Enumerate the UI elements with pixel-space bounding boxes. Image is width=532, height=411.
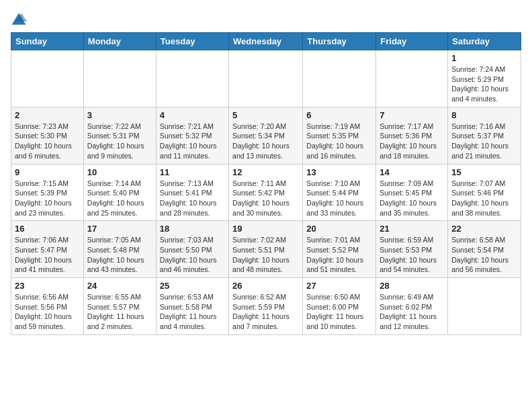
logo (11, 11, 30, 27)
day-info: Sunrise: 6:50 AM Sunset: 6:00 PM Dayligh… (306, 292, 372, 332)
calendar-cell (448, 278, 521, 335)
calendar-cell: 20Sunrise: 7:01 AM Sunset: 5:52 PM Dayli… (303, 221, 376, 278)
day-number: 17 (87, 224, 152, 234)
day-number: 25 (160, 281, 225, 291)
day-number: 11 (160, 167, 225, 177)
day-number: 8 (451, 110, 517, 120)
day-number: 19 (232, 224, 299, 234)
calendar-cell: 3Sunrise: 7:22 AM Sunset: 5:31 PM Daylig… (83, 107, 156, 164)
day-number: 20 (306, 224, 372, 234)
day-info: Sunrise: 6:58 AM Sunset: 5:54 PM Dayligh… (451, 235, 517, 275)
calendar-cell: 6Sunrise: 7:19 AM Sunset: 5:35 PM Daylig… (303, 107, 376, 164)
day-info: Sunrise: 6:49 AM Sunset: 6:02 PM Dayligh… (380, 292, 444, 332)
calendar-cell: 18Sunrise: 7:03 AM Sunset: 5:50 PM Dayli… (156, 221, 228, 278)
day-info: Sunrise: 7:02 AM Sunset: 5:51 PM Dayligh… (232, 235, 299, 275)
day-info: Sunrise: 7:14 AM Sunset: 5:40 PM Dayligh… (87, 179, 152, 218)
calendar-cell: 28Sunrise: 6:49 AM Sunset: 6:02 PM Dayli… (376, 278, 448, 335)
day-number: 15 (451, 167, 517, 177)
day-info: Sunrise: 7:17 AM Sunset: 5:36 PM Dayligh… (380, 122, 444, 161)
day-number: 1 (451, 53, 517, 63)
day-number: 9 (15, 167, 80, 177)
day-info: Sunrise: 7:03 AM Sunset: 5:50 PM Dayligh… (160, 235, 225, 275)
day-info: Sunrise: 6:56 AM Sunset: 5:56 PM Dayligh… (15, 292, 80, 332)
day-info: Sunrise: 7:16 AM Sunset: 5:37 PM Dayligh… (451, 122, 517, 161)
day-info: Sunrise: 7:19 AM Sunset: 5:35 PM Dayligh… (306, 122, 372, 161)
calendar-week-row: 16Sunrise: 7:06 AM Sunset: 5:47 PM Dayli… (11, 221, 521, 278)
day-info: Sunrise: 6:55 AM Sunset: 5:57 PM Dayligh… (87, 292, 152, 332)
calendar-cell: 17Sunrise: 7:05 AM Sunset: 5:48 PM Dayli… (83, 221, 156, 278)
weekday-header: Tuesday (156, 33, 228, 50)
calendar-week-row: 1Sunrise: 7:24 AM Sunset: 5:29 PM Daylig… (11, 50, 521, 107)
calendar-week-row: 9Sunrise: 7:15 AM Sunset: 5:39 PM Daylig… (11, 164, 521, 221)
day-info: Sunrise: 7:06 AM Sunset: 5:47 PM Dayligh… (15, 235, 80, 275)
day-number: 3 (87, 110, 152, 120)
calendar-cell: 25Sunrise: 6:53 AM Sunset: 5:58 PM Dayli… (156, 278, 228, 335)
weekday-header: Monday (83, 33, 156, 50)
calendar-cell: 16Sunrise: 7:06 AM Sunset: 5:47 PM Dayli… (11, 221, 84, 278)
calendar-cell: 14Sunrise: 7:09 AM Sunset: 5:45 PM Dayli… (376, 164, 448, 221)
day-number: 16 (15, 224, 80, 234)
day-info: Sunrise: 7:01 AM Sunset: 5:52 PM Dayligh… (306, 235, 372, 275)
calendar-cell: 10Sunrise: 7:14 AM Sunset: 5:40 PM Dayli… (83, 164, 156, 221)
calendar-cell (156, 50, 228, 107)
day-number: 7 (380, 110, 444, 120)
page-header (11, 11, 521, 27)
weekday-header: Saturday (448, 33, 521, 50)
calendar-cell (376, 50, 448, 107)
calendar-cell: 2Sunrise: 7:23 AM Sunset: 5:30 PM Daylig… (11, 107, 84, 164)
calendar-cell: 26Sunrise: 6:52 AM Sunset: 5:59 PM Dayli… (229, 278, 303, 335)
day-number: 23 (15, 281, 80, 291)
weekday-header: Wednesday (229, 33, 303, 50)
calendar-header-row: SundayMondayTuesdayWednesdayThursdayFrid… (11, 33, 521, 50)
calendar-cell: 12Sunrise: 7:11 AM Sunset: 5:42 PM Dayli… (229, 164, 303, 221)
day-info: Sunrise: 7:22 AM Sunset: 5:31 PM Dayligh… (87, 122, 152, 161)
calendar-cell (11, 50, 84, 107)
calendar-week-row: 2Sunrise: 7:23 AM Sunset: 5:30 PM Daylig… (11, 107, 521, 164)
day-info: Sunrise: 7:09 AM Sunset: 5:45 PM Dayligh… (380, 179, 444, 218)
day-number: 18 (160, 224, 225, 234)
day-number: 28 (380, 281, 444, 291)
day-info: Sunrise: 7:13 AM Sunset: 5:41 PM Dayligh… (160, 179, 225, 218)
day-number: 14 (380, 167, 444, 177)
calendar-cell: 8Sunrise: 7:16 AM Sunset: 5:37 PM Daylig… (448, 107, 521, 164)
calendar-cell: 9Sunrise: 7:15 AM Sunset: 5:39 PM Daylig… (11, 164, 84, 221)
calendar-cell: 21Sunrise: 6:59 AM Sunset: 5:53 PM Dayli… (376, 221, 448, 278)
calendar-cell: 27Sunrise: 6:50 AM Sunset: 6:00 PM Dayli… (303, 278, 376, 335)
day-info: Sunrise: 7:07 AM Sunset: 5:46 PM Dayligh… (451, 179, 517, 218)
weekday-header: Sunday (11, 33, 84, 50)
day-number: 21 (380, 224, 444, 234)
day-number: 6 (306, 110, 372, 120)
calendar-cell: 23Sunrise: 6:56 AM Sunset: 5:56 PM Dayli… (11, 278, 84, 335)
logo-icon (11, 11, 27, 27)
calendar-cell (229, 50, 303, 107)
day-info: Sunrise: 7:11 AM Sunset: 5:42 PM Dayligh… (232, 179, 299, 218)
day-number: 5 (232, 110, 299, 120)
day-info: Sunrise: 7:21 AM Sunset: 5:32 PM Dayligh… (160, 122, 225, 161)
day-number: 2 (15, 110, 80, 120)
calendar-cell: 7Sunrise: 7:17 AM Sunset: 5:36 PM Daylig… (376, 107, 448, 164)
day-number: 27 (306, 281, 372, 291)
calendar-cell: 4Sunrise: 7:21 AM Sunset: 5:32 PM Daylig… (156, 107, 228, 164)
day-info: Sunrise: 7:10 AM Sunset: 5:44 PM Dayligh… (306, 179, 372, 218)
calendar-cell: 11Sunrise: 7:13 AM Sunset: 5:41 PM Dayli… (156, 164, 228, 221)
calendar-table: SundayMondayTuesdayWednesdayThursdayFrid… (11, 32, 521, 335)
day-number: 13 (306, 167, 372, 177)
calendar-cell: 15Sunrise: 7:07 AM Sunset: 5:46 PM Dayli… (448, 164, 521, 221)
calendar-week-row: 23Sunrise: 6:56 AM Sunset: 5:56 PM Dayli… (11, 278, 521, 335)
calendar-cell (303, 50, 376, 107)
day-info: Sunrise: 6:52 AM Sunset: 5:59 PM Dayligh… (232, 292, 299, 332)
day-info: Sunrise: 7:23 AM Sunset: 5:30 PM Dayligh… (15, 122, 80, 161)
calendar-cell: 5Sunrise: 7:20 AM Sunset: 5:34 PM Daylig… (229, 107, 303, 164)
day-info: Sunrise: 6:53 AM Sunset: 5:58 PM Dayligh… (160, 292, 225, 332)
calendar-cell: 24Sunrise: 6:55 AM Sunset: 5:57 PM Dayli… (83, 278, 156, 335)
day-number: 22 (451, 224, 517, 234)
day-number: 12 (232, 167, 299, 177)
calendar-cell (83, 50, 156, 107)
day-info: Sunrise: 6:59 AM Sunset: 5:53 PM Dayligh… (380, 235, 444, 275)
day-info: Sunrise: 7:20 AM Sunset: 5:34 PM Dayligh… (232, 122, 299, 161)
calendar-cell: 1Sunrise: 7:24 AM Sunset: 5:29 PM Daylig… (448, 50, 521, 107)
day-number: 10 (87, 167, 152, 177)
day-number: 26 (232, 281, 299, 291)
day-number: 24 (87, 281, 152, 291)
weekday-header: Thursday (303, 33, 376, 50)
